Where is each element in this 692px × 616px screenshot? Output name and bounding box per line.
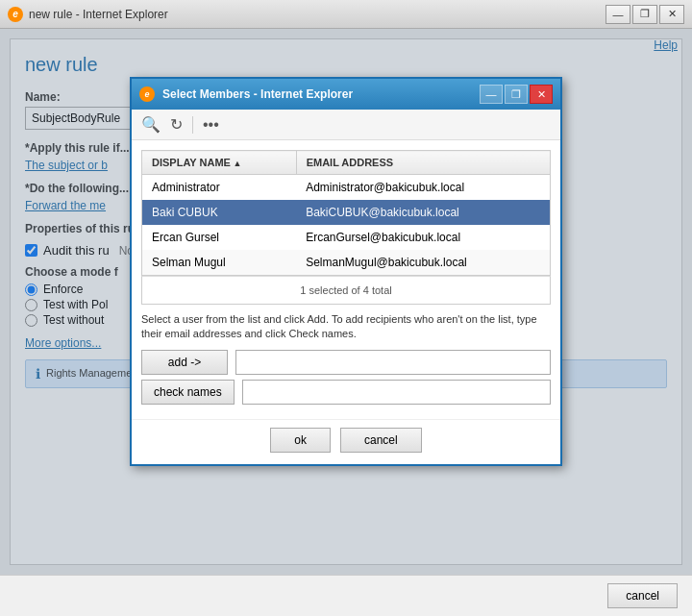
toolbar-separator [192,116,193,134]
cancel-button[interactable]: cancel [340,428,422,453]
modal-toolbar: 🔍 ↻ ••• [132,110,560,140]
modal-footer: ok cancel [132,419,560,464]
modal-controls: — ❐ ✕ [480,85,553,104]
main-title-bar: e new rule - Internet Explorer — ❐ ✕ [0,0,692,29]
bottom-bar: cancel [0,575,692,616]
main-cancel-button[interactable]: cancel [607,583,678,608]
modal-minimize-button[interactable]: — [480,85,503,104]
check-names-row: check names [141,380,551,405]
modal-ie-icon: e [139,86,155,102]
window-controls: — ❐ ✕ [606,5,684,24]
display-name-cell: Administrator [142,175,297,201]
modal-title: Select Members - Internet Explorer [162,87,353,101]
check-names-input[interactable] [242,380,551,405]
col-display-name[interactable]: DISPLAY NAME [142,151,297,175]
refresh-icon[interactable]: ↻ [170,115,183,134]
modal-restore-button[interactable]: ❐ [505,85,528,104]
email-cell: ErcanGursel@bakicubuk.local [296,225,550,250]
col-email[interactable]: EMAIL ADDRESS [296,151,550,175]
search-icon[interactable]: 🔍 [141,115,161,134]
ok-button[interactable]: ok [270,428,331,453]
add-row: add -> [141,350,551,375]
ie-icon: e [8,7,23,22]
email-cell: Administrator@bakicubuk.local [296,175,550,201]
modal-title-bar: e Select Members - Internet Explorer — ❐… [132,79,560,110]
table-row[interactable]: Selman MugulSelmanMugul@bakicubuk.local [142,250,551,276]
main-window: e new rule - Internet Explorer — ❐ ✕ Hel… [0,0,692,616]
modal-body: DISPLAY NAME EMAIL ADDRESS Administrator… [132,140,560,419]
main-content: Help new rule Name: *Apply this rule if.… [0,29,692,575]
restore-button[interactable]: ❐ [632,5,657,24]
email-cell: SelmanMugul@bakicubuk.local [296,250,550,276]
table-row[interactable]: Ercan GurselErcanGursel@bakicubuk.local [142,225,551,250]
display-name-cell: Baki CUBUK [142,200,297,225]
close-button[interactable]: ✕ [659,5,684,24]
modal-close-button[interactable]: ✕ [530,85,553,104]
add-input[interactable] [235,350,551,375]
main-window-title: new rule - Internet Explorer [29,8,168,21]
table-row[interactable]: Baki CUBUKBakiCUBUK@bakicubuk.local [142,200,551,225]
members-table: DISPLAY NAME EMAIL ADDRESS Administrator… [141,150,551,276]
table-row[interactable]: AdministratorAdministrator@bakicubuk.loc… [142,175,551,201]
more-icon[interactable]: ••• [203,116,219,134]
display-name-cell: Ercan Gursel [142,225,297,250]
modal-instruction: Select a user from the list and click Ad… [141,312,551,342]
modal-overlay: e Select Members - Internet Explorer — ❐… [0,29,692,575]
add-button[interactable]: add -> [141,350,228,375]
display-name-cell: Selman Mugul [142,250,297,276]
table-status: 1 selected of 4 total [141,276,551,305]
modal-window: e Select Members - Internet Explorer — ❐… [130,77,562,466]
email-cell: BakiCUBUK@bakicubuk.local [296,200,550,225]
minimize-button[interactable]: — [606,5,630,24]
check-names-button[interactable]: check names [141,380,235,405]
